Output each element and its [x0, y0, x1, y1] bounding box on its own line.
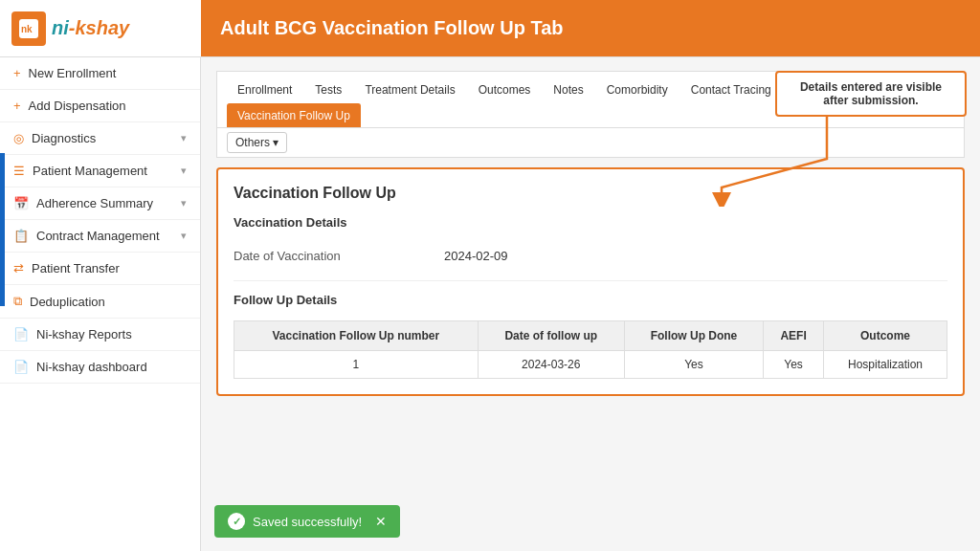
- sidebar-item-diagnostics[interactable]: ◎ Diagnostics: [0, 122, 200, 155]
- app-header: nk ni-kshay Adult BCG Vaccination Follow…: [0, 0, 980, 57]
- tab-enrollment[interactable]: Enrollment: [227, 77, 302, 101]
- plus-icon: +: [13, 66, 21, 80]
- toast-check-icon: ✓: [228, 513, 245, 530]
- tab-notes[interactable]: Notes: [543, 77, 593, 101]
- dashboard-icon: 📄: [13, 360, 29, 374]
- calendar-icon: 📅: [13, 196, 29, 210]
- contract-icon: 📋: [13, 229, 29, 243]
- content-area: Details entered are visible after submis…: [201, 57, 980, 551]
- tab-tests[interactable]: Tests: [304, 77, 352, 101]
- logo-icon: nk: [11, 11, 46, 46]
- page-title: Adult BCG Vaccination Follow Up Tab: [220, 17, 564, 39]
- transfer-icon: ⇄: [13, 261, 24, 276]
- sidebar-item-add-dispensation[interactable]: + Add Dispensation: [0, 90, 200, 122]
- tab-contact-tracing[interactable]: Contact Tracing: [680, 77, 782, 101]
- plus-icon-2: +: [13, 99, 21, 113]
- main-layout: + New Enrollment + Add Dispensation ◎ Di…: [0, 57, 980, 551]
- tab-treatment-details[interactable]: Treatment Details: [354, 77, 465, 101]
- sidebar-item-nikshay-dashboard[interactable]: 📄 Ni-kshay dashboard: [0, 351, 200, 384]
- tooltip-text: Details entered are visible after submis…: [800, 80, 942, 107]
- section-divider: [234, 280, 947, 281]
- reports-icon: 📄: [13, 327, 29, 342]
- col-header-outcome: Outcome: [824, 321, 947, 351]
- vaccination-details-title: Vaccination Details: [234, 215, 947, 233]
- date-of-vaccination-label: Date of Vaccination: [234, 249, 444, 263]
- sidebar-item-patient-management[interactable]: ☰ Patient Management: [0, 155, 200, 187]
- sidebar-item-deduplication[interactable]: ⧉ Deduplication: [0, 285, 200, 319]
- col-header-date: Date of follow up: [478, 321, 624, 351]
- date-of-vaccination-value: 2024-02-09: [444, 249, 508, 263]
- tab-vaccination-follow-up[interactable]: Vaccination Follow Up: [227, 103, 361, 127]
- tab-others-dropdown[interactable]: Others ▾: [227, 132, 287, 153]
- sidebar-item-contract-management[interactable]: 📋 Contract Management: [0, 220, 200, 253]
- follow-up-details-title: Follow Up Details: [234, 293, 947, 311]
- cell-number: 1: [234, 351, 479, 379]
- logo-area: nk ni-kshay: [0, 0, 201, 56]
- cell-done: Yes: [624, 351, 763, 379]
- col-header-aefi: AEFI: [764, 321, 824, 351]
- follow-up-table: Vaccination Follow Up number Date of fol…: [234, 320, 947, 379]
- logo-text: ni-kshay: [52, 17, 129, 39]
- tab-outcomes[interactable]: Outcomes: [468, 77, 542, 101]
- tab-comorbidity[interactable]: Comorbidity: [596, 77, 679, 101]
- patient-mgmt-icon: ☰: [13, 164, 25, 178]
- sidebar-item-patient-transfer[interactable]: ⇄ Patient Transfer: [0, 253, 200, 285]
- sidebar-item-nikshay-reports[interactable]: 📄 Ni-kshay Reports: [0, 319, 200, 351]
- table-row: 1 2024-03-26 Yes Yes Hospitalization: [234, 351, 947, 379]
- cell-outcome: Hospitalization: [824, 351, 947, 379]
- sidebar: + New Enrollment + Add Dispensation ◎ Di…: [0, 57, 201, 551]
- blue-accent: [0, 153, 5, 306]
- toast-close-button[interactable]: ✕: [375, 514, 387, 529]
- tooltip-box: Details entered are visible after submis…: [775, 71, 967, 117]
- cell-date: 2024-03-26: [478, 351, 624, 379]
- col-header-number: Vaccination Follow Up number: [234, 321, 479, 351]
- sidebar-item-new-enrollment[interactable]: + New Enrollment: [0, 57, 200, 90]
- tooltip-arrow: [702, 111, 856, 207]
- table-header-row: Vaccination Follow Up number Date of fol…: [234, 321, 947, 351]
- toast-message: Saved successfully!: [253, 515, 362, 529]
- dedup-icon: ⧉: [13, 294, 22, 309]
- diagnostics-icon: ◎: [13, 131, 24, 145]
- success-toast: ✓ Saved successfully! ✕: [214, 505, 400, 538]
- cell-aefi: Yes: [764, 351, 824, 379]
- date-of-vaccination-row: Date of Vaccination 2024-02-09: [234, 243, 947, 269]
- sidebar-item-adherence-summary[interactable]: 📅 Adherence Summary: [0, 187, 200, 220]
- svg-text:nk: nk: [21, 24, 33, 34]
- header-title-bar: Adult BCG Vaccination Follow Up Tab: [201, 0, 980, 56]
- col-header-done: Follow Up Done: [624, 321, 763, 351]
